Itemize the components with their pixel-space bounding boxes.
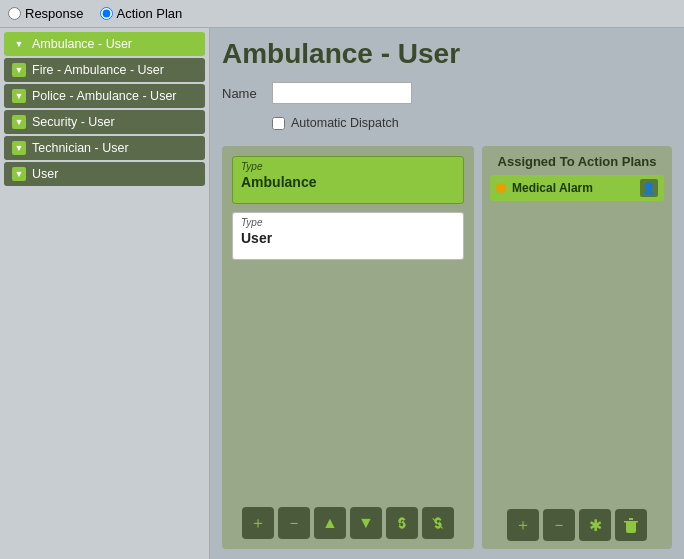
action-plan-user-icon: 👤 bbox=[640, 179, 658, 197]
radio-response-input[interactable] bbox=[8, 7, 21, 20]
sidebar-item-ambulance-user[interactable]: ▼ Ambulance - User bbox=[4, 32, 205, 56]
sidebar: ▼ Ambulance - User ▼ Fire - Ambulance - … bbox=[0, 28, 210, 559]
type-value-ambulance: Ambulance bbox=[241, 174, 455, 190]
down-icon-fire: ▼ bbox=[12, 63, 26, 77]
left-add-button[interactable]: ＋ bbox=[242, 507, 274, 539]
page-title: Ambulance - User bbox=[222, 38, 672, 70]
auto-dispatch-row: Automatic Dispatch bbox=[272, 116, 672, 130]
sidebar-label-ambulance-user: Ambulance - User bbox=[32, 37, 132, 51]
name-form-row: Name bbox=[222, 82, 672, 104]
down-icon-police: ▼ bbox=[12, 89, 26, 103]
left-link2-button[interactable] bbox=[422, 507, 454, 539]
right-asterisk-button[interactable]: ✱ bbox=[579, 509, 611, 541]
name-label: Name bbox=[222, 86, 262, 101]
down-icon-ambulance-user: ▼ bbox=[12, 37, 26, 51]
sidebar-label-police: Police - Ambulance - User bbox=[32, 89, 177, 103]
sidebar-label-security: Security - User bbox=[32, 115, 115, 129]
right-panel: Assigned To Action Plans Medical Alarm 👤… bbox=[482, 146, 672, 549]
auto-dispatch-label: Automatic Dispatch bbox=[291, 116, 399, 130]
left-down-button[interactable]: ▼ bbox=[350, 507, 382, 539]
type-value-user: User bbox=[241, 230, 455, 246]
view-mode-radio-group: Response Action Plan bbox=[8, 6, 182, 21]
sidebar-item-police-ambulance-user[interactable]: ▼ Police - Ambulance - User bbox=[4, 84, 205, 108]
right-remove-button[interactable]: － bbox=[543, 509, 575, 541]
right-add-button[interactable]: ＋ bbox=[507, 509, 539, 541]
content-area: Ambulance - User Name Automatic Dispatch… bbox=[210, 28, 684, 559]
action-plan-name: Medical Alarm bbox=[512, 181, 634, 195]
sidebar-item-technician-user[interactable]: ▼ Technician - User bbox=[4, 136, 205, 160]
sidebar-item-fire-ambulance-user[interactable]: ▼ Fire - Ambulance - User bbox=[4, 58, 205, 82]
left-up-button[interactable]: ▲ bbox=[314, 507, 346, 539]
right-panel-title: Assigned To Action Plans bbox=[490, 154, 664, 169]
sidebar-label-fire: Fire - Ambulance - User bbox=[32, 63, 164, 77]
type-label-ambulance: Type bbox=[241, 161, 455, 172]
main-layout: ▼ Ambulance - User ▼ Fire - Ambulance - … bbox=[0, 28, 684, 559]
left-remove-button[interactable]: － bbox=[278, 507, 310, 539]
sidebar-item-user[interactable]: ▼ User bbox=[4, 162, 205, 186]
left-button-bar: ＋ － ▲ ▼ bbox=[232, 501, 464, 539]
sidebar-item-security-user[interactable]: ▼ Security - User bbox=[4, 110, 205, 134]
auto-dispatch-checkbox[interactable] bbox=[272, 117, 285, 130]
sidebar-label-technician: Technician - User bbox=[32, 141, 129, 155]
radio-response[interactable]: Response bbox=[8, 6, 84, 21]
right-delete-button[interactable] bbox=[615, 509, 647, 541]
down-icon-technician: ▼ bbox=[12, 141, 26, 155]
action-plan-item-medical-alarm[interactable]: Medical Alarm 👤 bbox=[490, 175, 664, 201]
radio-action-plan-label: Action Plan bbox=[117, 6, 183, 21]
type-label-user: Type bbox=[241, 217, 455, 228]
panels-row: Type Ambulance Type User ＋ － ▲ ▼ bbox=[222, 146, 672, 549]
left-link1-button[interactable] bbox=[386, 507, 418, 539]
type-card-user[interactable]: Type User bbox=[232, 212, 464, 260]
sidebar-label-user: User bbox=[32, 167, 58, 181]
down-icon-security: ▼ bbox=[12, 115, 26, 129]
down-icon-user: ▼ bbox=[12, 167, 26, 181]
radio-action-plan[interactable]: Action Plan bbox=[100, 6, 183, 21]
right-button-bar: ＋ － ✱ bbox=[490, 503, 664, 541]
top-bar: Response Action Plan bbox=[0, 0, 684, 28]
name-input[interactable] bbox=[272, 82, 412, 104]
left-panel: Type Ambulance Type User ＋ － ▲ ▼ bbox=[222, 146, 474, 549]
radio-response-label: Response bbox=[25, 6, 84, 21]
radio-action-plan-input[interactable] bbox=[100, 7, 113, 20]
type-card-ambulance[interactable]: Type Ambulance bbox=[232, 156, 464, 204]
action-plan-dot bbox=[496, 183, 506, 193]
